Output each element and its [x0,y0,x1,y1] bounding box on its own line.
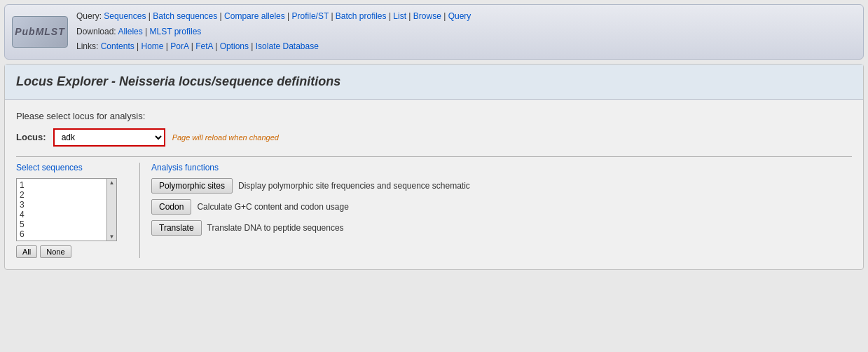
select-sequences-title: Select sequences [16,163,128,174]
locus-label: Locus: [16,132,46,142]
list-item[interactable]: 5 [18,219,105,229]
header-links: Query: Sequences | Batch sequences | Com… [76,9,471,55]
codon-description: Calculate G+C content and codon usage [197,202,348,212]
nav-options[interactable]: Options [220,41,249,51]
query-nav-row: Query: Sequences | Batch sequences | Com… [76,9,471,25]
analysis-functions-title: Analysis functions [151,163,852,174]
polymorphic-sites-description: Display polymorphic site frequencies and… [238,181,470,191]
sequence-listbox[interactable]: 1 2 3 4 5 6 [16,178,107,241]
content-area: Please select locus for analysis: Locus:… [5,100,863,269]
list-item[interactable]: 2 [18,190,105,200]
download-label: Download: [76,27,118,36]
nav-list[interactable]: List [393,11,406,21]
scrollbar[interactable]: ▲ ▼ [107,178,117,241]
translate-description: Translate DNA to peptide sequences [207,223,344,233]
nav-isolate-database[interactable]: Isolate Database [256,41,319,51]
translate-row: Translate Translate DNA to peptide seque… [151,220,852,236]
list-item[interactable]: 6 [18,229,105,239]
reload-note: Page will reload when changed [172,133,279,142]
locus-row: Locus: adk Page will reload when changed [16,128,852,147]
nav-profile-st[interactable]: Profile/ST [292,11,329,21]
nav-pora[interactable]: PorA [170,41,188,51]
select-locus-label: Please select locus for analysis: [16,111,852,121]
scroll-down-icon[interactable]: ▼ [109,233,116,241]
site-header: PubMLST Query: Sequences | Batch sequenc… [4,4,864,60]
locus-select[interactable]: adk [53,128,165,147]
polymorphic-sites-button[interactable]: Polymorphic sites [151,178,233,194]
nav-contents[interactable]: Contents [101,41,135,51]
download-nav-row: Download: Alleles | MLST profiles [76,25,471,40]
nav-home[interactable]: Home [142,41,164,51]
all-none-row: All None [16,245,128,258]
nav-alleles[interactable]: Alleles [118,27,142,36]
nav-mlst-profiles[interactable]: MLST profiles [150,27,202,36]
links-nav-row: Links: Contents | Home | PorA | FetA | O… [76,39,471,55]
list-item[interactable]: 1 [18,180,105,190]
scroll-up-icon[interactable]: ▲ [109,179,116,187]
list-item[interactable]: 3 [18,200,105,210]
panels-row: Select sequences 1 2 3 4 5 6 ▲ ▼ [16,163,852,258]
polymorphic-sites-row: Polymorphic sites Display polymorphic si… [151,178,852,194]
main-container: Locus Explorer - Neisseria locus/sequenc… [4,64,864,270]
page-title: Locus Explorer - Neisseria locus/sequenc… [5,65,863,100]
query-label: Query: [76,11,104,21]
codon-row: Codon Calculate G+C content and codon us… [151,199,852,215]
nav-sequences[interactable]: Sequences [104,11,146,21]
logo-text: PubMLST [15,26,65,37]
translate-button[interactable]: Translate [151,220,202,236]
none-button[interactable]: None [40,245,71,258]
nav-browse[interactable]: Browse [413,11,441,21]
list-item[interactable]: 4 [18,210,105,219]
analysis-panel: Analysis functions Polymorphic sites Dis… [151,163,852,258]
nav-compare-alleles[interactable]: Compare alleles [224,11,285,21]
vertical-divider [139,163,140,258]
section-divider [16,156,852,157]
codon-button[interactable]: Codon [151,199,191,215]
links-label: Links: [76,41,101,51]
nav-feta[interactable]: FetA [195,41,213,51]
pubmlst-logo: PubMLST [12,16,68,48]
sequence-list-container: 1 2 3 4 5 6 ▲ ▼ [16,178,128,241]
nav-batch-sequences[interactable]: Batch sequences [153,11,217,21]
nav-batch-profiles[interactable]: Batch profiles [336,11,387,21]
select-sequences-panel: Select sequences 1 2 3 4 5 6 ▲ ▼ [16,163,128,258]
nav-query[interactable]: Query [448,11,471,21]
all-button[interactable]: All [16,245,37,258]
